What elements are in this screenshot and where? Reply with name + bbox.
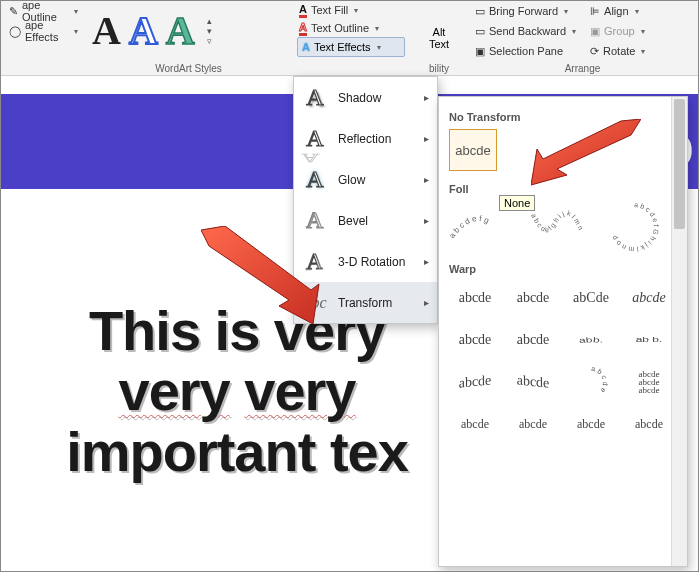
chevron-down-icon: ▾: [354, 6, 358, 15]
chevron-down-icon: ▾: [375, 24, 379, 33]
text-outline-button[interactable]: AText Outline▾: [297, 19, 405, 37]
text-effects-menu: AShadow▸ AAReflection▸ AGlow▸ ABevel▸ A3…: [293, 76, 438, 324]
text-fill-icon: A: [299, 3, 307, 18]
follow-path-wave[interactable]: a b c d e f g h i j k l m n: [527, 201, 585, 253]
bring-forward-button[interactable]: ▭Bring Forward▾: [473, 1, 578, 21]
arrange-group: ▭Bring Forward▾ ▭Send Backward▾ ▣Selecti…: [467, 1, 698, 75]
chevron-down-icon: ▾: [74, 27, 78, 36]
menu-glow[interactable]: AGlow▸: [294, 159, 437, 200]
gallery-scrollbar[interactable]: [671, 97, 687, 566]
menu-reflection[interactable]: AAReflection▸: [294, 118, 437, 159]
warp-thumb[interactable]: abcde: [507, 407, 559, 441]
warp-grid: abcde abcde abCde abcde abcde abcde abb.…: [449, 281, 667, 441]
warp-thumb[interactable]: abcde: [449, 407, 501, 441]
alt-text-button[interactable]: Alt Text: [429, 26, 449, 50]
warp-thumb[interactable]: abb.: [565, 323, 617, 357]
transform-gallery: No Transform abcde Foll a b c d e f g a …: [438, 96, 688, 567]
shape-outline-button[interactable]: ✎ape Outline▾: [7, 1, 80, 21]
group-icon: ▣: [590, 25, 600, 38]
gallery-up-icon[interactable]: ▴: [207, 16, 212, 26]
warp-thumb[interactable]: ab b.: [623, 323, 671, 357]
shape-styles-group: ✎ape Outline▾ ◯ape Effects▾: [1, 1, 86, 75]
svg-text:a b c d e f g h i j k l m n: a b c d e f g h i j k l m n: [530, 209, 585, 233]
document-body-text[interactable]: This is very very very important tex: [37, 301, 437, 482]
text-outline-icon: A: [299, 21, 307, 36]
svg-text:a b c d e f G h i j k l m n o : a b c d e f G h i j k l m n o p: [610, 201, 660, 253]
svg-text:a b c d e f g: a b c d e f g: [449, 214, 490, 240]
rotate-icon: ⟳: [590, 45, 599, 58]
wordart-style-3[interactable]: A: [166, 11, 195, 51]
send-backward-icon: ▭: [475, 25, 485, 38]
warp-thumb[interactable]: a b c d e: [565, 365, 617, 399]
text-effects-button[interactable]: AText Effects▾: [297, 37, 405, 57]
send-backward-button[interactable]: ▭Send Backward▾: [473, 21, 578, 41]
warp-thumb[interactable]: abcde: [507, 323, 559, 357]
chevron-right-icon: ▸: [424, 92, 429, 103]
section-no-transform: No Transform: [449, 111, 667, 123]
transform-none-thumb[interactable]: abcde: [449, 129, 497, 171]
warp-thumb[interactable]: abcde: [449, 281, 501, 315]
chevron-down-icon: ▾: [377, 43, 381, 52]
selection-pane-button[interactable]: ▣Selection Pane: [473, 41, 578, 61]
wordart-styles-group: A A A ▴ ▾ ▿ WordArt Styles: [86, 1, 291, 75]
warp-thumb[interactable]: abcde: [565, 407, 617, 441]
text-fill-button[interactable]: AText Fill▾: [297, 1, 405, 19]
menu-transform[interactable]: abcTransform▸: [294, 282, 437, 323]
text-effects-icon: A: [302, 41, 310, 53]
selection-pane-icon: ▣: [475, 45, 485, 58]
accessibility-group: Alt Text bility: [411, 1, 467, 75]
warp-thumb[interactable]: abcde: [623, 281, 671, 315]
effects-icon: ◯: [9, 25, 21, 38]
align-button[interactable]: ⊫Align▾: [588, 1, 647, 21]
svg-text:a b c d e: a b c d e: [591, 367, 609, 394]
warp-thumb[interactable]: abcde: [507, 281, 559, 315]
ribbon: ✎ape Outline▾ ◯ape Effects▾ A A A ▴ ▾ ▿ …: [1, 1, 698, 76]
wordart-style-2[interactable]: A: [129, 11, 158, 51]
text-effects-group: AText Fill▾ AText Outline▾ AText Effects…: [291, 1, 411, 75]
gallery-more-icon[interactable]: ▿: [207, 36, 212, 46]
gallery-down-icon[interactable]: ▾: [207, 26, 212, 36]
scrollbar-thumb[interactable]: [674, 99, 685, 229]
warp-thumb[interactable]: abcde: [623, 407, 671, 441]
align-icon: ⊫: [590, 5, 600, 18]
warp-thumb[interactable]: abcde: [449, 323, 501, 357]
tooltip-none: None: [499, 195, 535, 211]
menu-3d-rotation[interactable]: A3-D Rotation▸: [294, 241, 437, 282]
follow-path-circle[interactable]: a b c d e f G h i j k l m n o p: [605, 201, 663, 253]
warp-thumb[interactable]: abcde: [449, 362, 501, 401]
chevron-down-icon: ▾: [74, 7, 78, 16]
pen-icon: ✎: [9, 5, 18, 18]
warp-thumb[interactable]: abCde: [565, 281, 617, 315]
shape-effects-button[interactable]: ◯ape Effects▾: [7, 21, 80, 41]
bring-forward-icon: ▭: [475, 5, 485, 18]
group-label: WordArt Styles: [86, 63, 291, 74]
rotate-button[interactable]: ⟳Rotate▾: [588, 41, 647, 61]
section-warp: Warp: [449, 263, 667, 275]
menu-bevel[interactable]: ABevel▸: [294, 200, 437, 241]
wordart-style-1[interactable]: A: [92, 11, 121, 51]
warp-thumb[interactable]: abcdeabcdeabcde: [623, 365, 671, 399]
menu-shadow[interactable]: AShadow▸: [294, 77, 437, 118]
section-follow-path: Foll: [449, 183, 667, 195]
group-button[interactable]: ▣Group▾: [588, 21, 647, 41]
warp-thumb[interactable]: abcde: [507, 362, 559, 401]
